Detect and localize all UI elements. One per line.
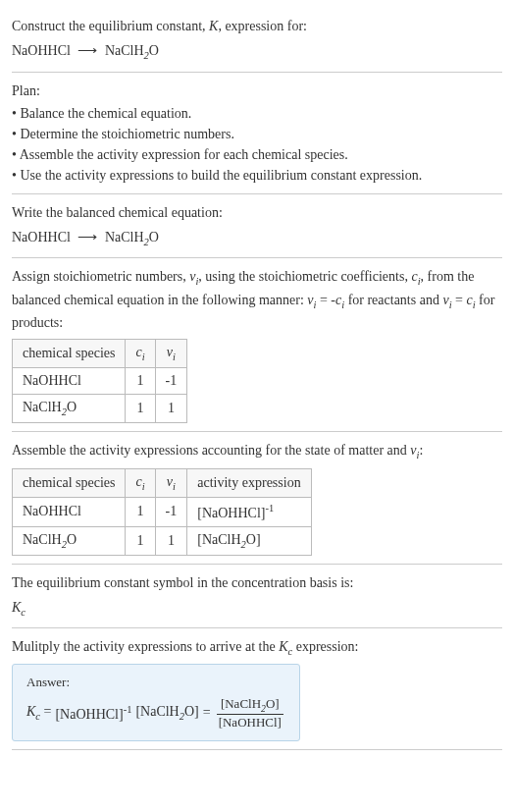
cell-activity: [NaOHHCl]-1 — [187, 498, 311, 527]
cell-vi: -1 — [155, 498, 187, 527]
col-species: chemical species — [13, 340, 126, 368]
step4-symbol: Kc — [12, 597, 502, 621]
frac-num: [NaClH2O] — [217, 696, 283, 715]
cell-species: NaClH2O — [13, 526, 126, 555]
cell-vi: 1 — [155, 394, 187, 422]
step1-section: Write the balanced chemical equation: Na… — [12, 194, 502, 259]
cell-species: NaOHHCl — [13, 498, 126, 527]
plan-item-4: Use the activity expressions to build th… — [12, 165, 502, 186]
cell-ci: 1 — [126, 367, 155, 394]
stoich-table: chemical species ci νi NaOHHCl 1 -1 NaCl… — [12, 339, 187, 423]
step3-section: Assemble the activity expressions accoun… — [12, 432, 502, 565]
plan-item-1: Balance the chemical equation. — [12, 103, 502, 124]
answer-expr2: [NaClH2O] — [135, 704, 198, 722]
cell-vi: -1 — [155, 367, 187, 394]
table-header-row: chemical species ci νi — [13, 340, 187, 368]
table-row: NaOHHCl 1 -1 [NaOHHCl]-1 — [13, 498, 312, 527]
answer-expr1: [NaOHHCl]-1 — [55, 704, 131, 723]
col-ci: ci — [126, 469, 155, 498]
prompt-section: Construct the equilibrium constant, K, e… — [12, 8, 502, 73]
step5-text: Mulitply the activity expressions to arr… — [12, 636, 502, 660]
cell-activity: [NaClH2O] — [187, 526, 311, 555]
frac-den: [NaOHHCl] — [215, 715, 285, 731]
answer-eq: = — [203, 705, 211, 721]
answer-fraction: [NaClH2O] [NaOHHCl] — [215, 696, 285, 731]
col-ci: ci — [126, 340, 155, 368]
plan-section: Plan: Balance the chemical equation. Det… — [12, 73, 502, 194]
col-vi: νi — [155, 469, 187, 498]
cell-ci: 1 — [126, 498, 155, 527]
plan-item-2: Determine the stoichiometric numbers. — [12, 124, 502, 144]
table-row: NaOHHCl 1 -1 — [13, 367, 187, 394]
answer-label: Answer: — [26, 675, 285, 690]
step5-section: Mulitply the activity expressions to arr… — [12, 628, 502, 749]
table-header-row: chemical species ci νi activity expressi… — [13, 469, 312, 498]
cell-species: NaOHHCl — [13, 367, 126, 394]
table-row: NaClH2O 1 1 — [13, 394, 187, 422]
step1-text: Write the balanced chemical equation: — [12, 202, 502, 223]
plan-list: Balance the chemical equation. Determine… — [12, 103, 502, 186]
col-species: chemical species — [13, 469, 126, 498]
activity-table: chemical species ci νi activity expressi… — [12, 468, 312, 555]
answer-box: Answer: Kc = [NaOHHCl]-1 [NaClH2O] = [Na… — [12, 664, 300, 741]
plan-item-3: Assemble the activity expression for eac… — [12, 144, 502, 165]
step4-section: The equilibrium constant symbol in the c… — [12, 565, 502, 629]
prompt-equation: NaOHHCl ⟶ NaClH2O — [12, 40, 502, 64]
step2-text: Assign stoichiometric numbers, νi, using… — [12, 266, 502, 333]
cell-species: NaClH2O — [13, 394, 126, 422]
step4-text: The equilibrium constant symbol in the c… — [12, 572, 502, 593]
table-row: NaClH2O 1 1 [NaClH2O] — [13, 526, 312, 555]
step2-section: Assign stoichiometric numbers, νi, using… — [12, 258, 502, 432]
step1-equation: NaOHHCl ⟶ NaClH2O — [12, 227, 502, 250]
plan-title: Plan: — [12, 81, 502, 101]
answer-lhs: Kc = — [26, 704, 51, 722]
step3-text: Assemble the activity expressions accoun… — [12, 440, 502, 463]
cell-ci: 1 — [126, 526, 155, 555]
col-vi: νi — [155, 340, 187, 368]
cell-ci: 1 — [126, 394, 155, 422]
answer-formula: Kc = [NaOHHCl]-1 [NaClH2O] = [NaClH2O] [… — [26, 696, 285, 731]
col-activity: activity expression — [187, 469, 311, 498]
cell-vi: 1 — [155, 526, 187, 555]
prompt-line1: Construct the equilibrium constant, K, e… — [12, 16, 502, 36]
